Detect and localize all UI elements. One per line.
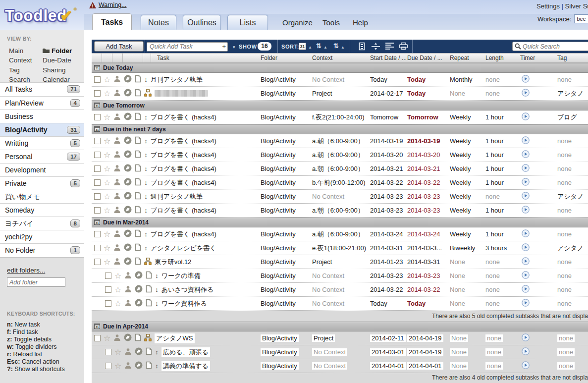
task-row[interactable]: ☆↕ワークの準備Blog/ActivityNo Context2014-03-2…: [92, 269, 588, 283]
star-icon[interactable]: ☆: [114, 273, 121, 279]
task-title[interactable]: 広める、頑張る: [161, 347, 210, 357]
cell-folder[interactable]: Blog/Activity: [260, 151, 311, 159]
task-title[interactable]: ワークの準備: [161, 272, 201, 280]
cell-timer[interactable]: [519, 136, 556, 146]
timer-play-icon[interactable]: [522, 178, 530, 186]
toggle-dividers-icon[interactable]: [372, 43, 380, 52]
cell-length[interactable]: 1 hour: [484, 179, 519, 186]
cell-length[interactable]: none: [484, 286, 519, 293]
action-arrow-icon[interactable]: [135, 285, 143, 293]
timer-play-icon[interactable]: [522, 150, 530, 158]
cell-due-date[interactable]: 2014-03-22: [406, 179, 449, 186]
cell-start-date[interactable]: 2014-03-22: [369, 179, 406, 186]
column-timer[interactable]: Timer: [519, 55, 556, 61]
cell-context[interactable]: a.朝（6:00-9:00）: [311, 164, 369, 173]
task-title[interactable]: 東ラ研vol.12: [155, 258, 191, 267]
cell-context[interactable]: No Context: [311, 272, 369, 279]
action-arrow-icon[interactable]: [124, 192, 132, 200]
viewby-folder[interactable]: Folder: [43, 47, 72, 55]
assign-person-icon[interactable]: [124, 285, 132, 293]
task-title[interactable]: 講義の準備する: [161, 361, 210, 371]
cell-repeat[interactable]: None: [449, 348, 484, 356]
cell-due-date[interactable]: 2014-03-31: [406, 258, 449, 266]
sidebar-folder-personal[interactable]: Personal17: [0, 150, 84, 163]
note-icon[interactable]: [135, 112, 141, 120]
cell-start-date[interactable]: Today: [369, 300, 406, 307]
action-arrow-icon[interactable]: [124, 112, 132, 120]
task-title[interactable]: ブログを書く (hacks4): [151, 206, 216, 215]
note-icon[interactable]: [135, 178, 141, 186]
cell-timer[interactable]: [519, 75, 556, 84]
drag-handle-icon[interactable]: ↕: [144, 113, 148, 121]
cell-due-date[interactable]: 2014-03-23: [406, 207, 449, 214]
cell-folder[interactable]: Blog/Activity: [260, 258, 311, 266]
cell-repeat[interactable]: None: [449, 90, 484, 97]
note-icon[interactable]: [135, 192, 141, 200]
cell-length[interactable]: none: [484, 362, 519, 370]
task-title[interactable]: ブログを書く (hacks4): [151, 137, 216, 146]
cell-length[interactable]: 1 hour: [484, 113, 519, 121]
cell-context[interactable]: No Context: [311, 286, 369, 293]
assign-person-icon[interactable]: [124, 362, 132, 369]
cell-start-date[interactable]: Today: [369, 76, 406, 83]
cell-tag[interactable]: none: [556, 76, 588, 83]
cell-timer[interactable]: [519, 164, 556, 173]
cell-timer[interactable]: [519, 206, 556, 215]
cell-folder[interactable]: Blog/Activity: [260, 137, 311, 145]
sidebar-folder-someday[interactable]: Someday: [0, 203, 84, 217]
cell-due-date[interactable]: 2014-04-01: [406, 362, 449, 370]
timer-play-icon[interactable]: [522, 164, 530, 172]
cell-due-date[interactable]: 2014-03-3...: [406, 244, 449, 252]
timer-play-icon[interactable]: [522, 347, 530, 355]
timer-play-icon[interactable]: [522, 75, 530, 83]
sidebar-folder--[interactable]: ヨチバイ8: [0, 217, 84, 230]
cell-folder[interactable]: Blog/Activity: [260, 179, 311, 186]
star-icon[interactable]: ☆: [104, 231, 110, 237]
cell-tag[interactable]: アシタノ: [556, 244, 588, 253]
task-title[interactable]: ワーク資料作る: [161, 299, 207, 308]
cell-repeat[interactable]: Weekly: [449, 165, 484, 172]
cell-timer[interactable]: [519, 229, 556, 239]
star-icon[interactable]: ☆: [114, 300, 121, 307]
cell-folder[interactable]: Blog/Activity: [260, 193, 311, 200]
task-row[interactable]: ☆↕ブログを書く (hacks4)Blog/Activitya.朝（6:00-9…: [92, 204, 588, 218]
cell-start-date[interactable]: 2014-03-21: [369, 165, 406, 172]
cell-folder[interactable]: Blog/Activity: [260, 348, 311, 356]
action-arrow-icon[interactable]: [124, 136, 132, 144]
note-icon[interactable]: [135, 164, 141, 172]
action-arrow-icon[interactable]: [124, 150, 132, 158]
cell-repeat[interactable]: Weekly: [449, 137, 484, 145]
star-icon[interactable]: ☆: [104, 207, 110, 214]
timer-play-icon[interactable]: [522, 112, 530, 120]
star-icon[interactable]: ☆: [104, 90, 110, 97]
column-repeat[interactable]: Repeat: [449, 55, 484, 61]
column-length[interactable]: Length: [484, 55, 519, 61]
cell-context[interactable]: No Context: [311, 76, 369, 83]
project-tree-icon[interactable]: [144, 258, 152, 265]
cell-folder[interactable]: Blog/Activity: [260, 362, 311, 370]
sort-date-caret-icon[interactable]: ▲: [308, 45, 312, 50]
task-title[interactable]: ブログを書く (hacks4): [151, 151, 216, 160]
sidebar-folder-blog-activity[interactable]: Blog/Activity31: [0, 123, 84, 136]
cell-timer[interactable]: [519, 112, 556, 122]
cell-context[interactable]: a.朝（6:00-9:00）: [311, 206, 369, 215]
cell-start-date[interactable]: 2014-02-11: [369, 334, 406, 342]
cell-tag[interactable]: none: [556, 348, 588, 356]
cell-folder[interactable]: Blog/Activity: [260, 286, 311, 293]
task-row[interactable]: ☆↕ブログを書く (hacks4)Blog/Activitya.朝（6:00-9…: [92, 134, 588, 148]
task-row[interactable]: ☆↕アシタノレシピを書くBlog/Activitye.夜1(18:00-21:0…: [92, 241, 588, 255]
menu-help[interactable]: Help: [353, 18, 368, 27]
star-icon[interactable]: ☆: [104, 138, 110, 144]
timer-play-icon[interactable]: [522, 229, 530, 237]
menu-organize[interactable]: Organize: [282, 18, 313, 27]
timer-play-icon[interactable]: [522, 285, 530, 293]
column-task[interactable]: Task: [157, 55, 169, 61]
cell-folder[interactable]: Blog/Activity: [260, 244, 311, 252]
tab-notes[interactable]: Notes: [141, 15, 176, 30]
settings-account-links[interactable]: Settings | Silver Su: [536, 2, 588, 10]
quick-search-input[interactable]: [521, 43, 588, 50]
sidebar-folder-all-tasks[interactable]: All Tasks71: [0, 83, 84, 96]
task-checkbox[interactable]: [94, 335, 101, 341]
column-folder[interactable]: Folder: [260, 55, 311, 61]
cell-repeat[interactable]: Biweekly: [449, 244, 484, 252]
